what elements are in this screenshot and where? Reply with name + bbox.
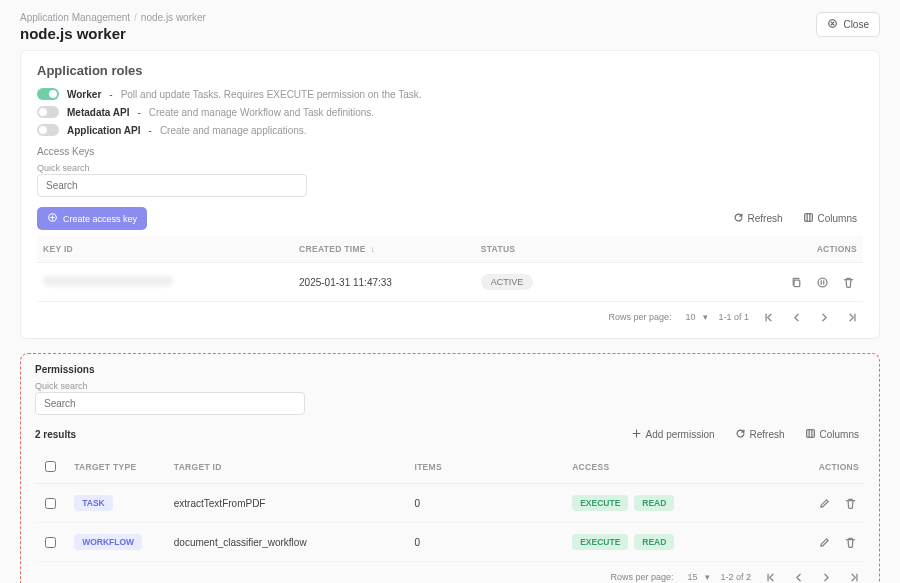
add-permission-button[interactable]: Add permission <box>625 425 721 444</box>
svg-point-4 <box>818 278 827 287</box>
columns-permissions-button[interactable]: Columns <box>799 425 865 444</box>
rpp-select[interactable]: 10 <box>681 310 708 324</box>
pager-last-button[interactable] <box>843 308 861 326</box>
access-badge: EXECUTE <box>572 534 628 550</box>
roles-card: Application roles Worker - Poll and upda… <box>20 50 880 339</box>
permission-row: WORKFLOW document_classifier_workflow 0 … <box>35 523 865 562</box>
target-type-badge: WORKFLOW <box>74 534 142 550</box>
col-actions: ACTIONS <box>774 450 865 484</box>
target-id-value: extractTextFromPDF <box>168 484 409 523</box>
columns-access-keys-button[interactable]: Columns <box>797 209 863 228</box>
plus-circle-icon <box>47 212 58 225</box>
create-key-label: Create access key <box>63 214 137 224</box>
col-items[interactable]: ITEMS <box>408 450 566 484</box>
permissions-search: Quick search <box>35 381 865 415</box>
toggle-application[interactable] <box>37 124 59 136</box>
access-keys-search-input[interactable] <box>37 174 307 197</box>
col-actions: ACTIONS <box>723 236 863 263</box>
col-target-id[interactable]: TARGET ID <box>168 450 409 484</box>
role-name: Application API <box>67 125 141 136</box>
sort-down-icon: ↓ <box>370 244 375 254</box>
permissions-results-count: 2 results <box>35 429 76 440</box>
target-type-badge: TASK <box>74 495 113 511</box>
permissions-pager: Rows per page: 15 ▾ 1-2 of 2 <box>35 562 865 583</box>
col-created[interactable]: CREATED TIME ↓ <box>293 236 475 263</box>
delete-permission-button[interactable] <box>841 494 859 512</box>
refresh-access-keys-button[interactable]: Refresh <box>727 209 789 228</box>
pager-prev-button[interactable] <box>789 568 807 583</box>
svg-rect-2 <box>804 214 812 222</box>
pager-next-button[interactable] <box>815 308 833 326</box>
pager-first-button[interactable] <box>761 568 779 583</box>
delete-key-button[interactable] <box>839 273 857 291</box>
create-access-key-button[interactable]: Create access key <box>37 207 147 230</box>
refresh-icon <box>733 212 744 225</box>
col-access[interactable]: ACCESS <box>566 450 774 484</box>
pager-range: 1-2 of 2 <box>720 572 751 582</box>
rpp-label: Rows per page: <box>610 572 673 582</box>
row-checkbox[interactable] <box>45 498 56 509</box>
pager-next-button[interactable] <box>817 568 835 583</box>
refresh-label: Refresh <box>748 213 783 224</box>
refresh-label: Refresh <box>750 429 785 440</box>
access-keys-heading: Access Keys <box>37 146 863 157</box>
edit-permission-button[interactable] <box>815 533 833 551</box>
svg-rect-3 <box>794 280 800 287</box>
permissions-search-input[interactable] <box>35 392 305 415</box>
columns-label: Columns <box>818 213 857 224</box>
page-title: node.js worker <box>20 25 206 42</box>
target-id-value: document_classifier_workflow <box>168 523 409 562</box>
pause-key-button[interactable] <box>813 273 831 291</box>
status-badge: ACTIVE <box>481 274 534 290</box>
breadcrumb-parent[interactable]: Application Management <box>20 12 130 23</box>
key-id-redacted <box>43 276 173 286</box>
row-checkbox[interactable] <box>45 537 56 548</box>
access-key-row: 2025-01-31 11:47:33 ACTIVE <box>37 263 863 302</box>
copy-key-button[interactable] <box>787 273 805 291</box>
rpp-label: Rows per page: <box>608 312 671 322</box>
role-name: Metadata API <box>67 107 129 118</box>
col-key-id[interactable]: KEY ID <box>37 236 293 263</box>
access-keys-pager: Rows per page: 10 ▾ 1-1 of 1 <box>37 302 863 326</box>
toggle-worker[interactable] <box>37 88 59 100</box>
columns-label: Columns <box>820 429 859 440</box>
columns-icon <box>803 212 814 225</box>
close-icon <box>827 18 838 31</box>
key-created-value: 2025-01-31 11:47:33 <box>293 263 475 302</box>
toggle-metadata[interactable] <box>37 106 59 118</box>
access-badge: EXECUTE <box>572 495 628 511</box>
permissions-table: TARGET TYPE TARGET ID ITEMS ACCESS ACTIO… <box>35 450 865 562</box>
col-target-type[interactable]: TARGET TYPE <box>68 450 168 484</box>
close-label: Close <box>843 19 869 30</box>
role-desc: Create and manage Workflow and Task defi… <box>149 107 374 118</box>
pager-first-button[interactable] <box>759 308 777 326</box>
roles-heading: Application roles <box>37 63 863 78</box>
pager-last-button[interactable] <box>845 568 863 583</box>
access-badge: READ <box>634 534 674 550</box>
access-keys-table: KEY ID CREATED TIME ↓ STATUS ACTIONS 202… <box>37 236 863 302</box>
edit-permission-button[interactable] <box>815 494 833 512</box>
permission-row: TASK extractTextFromPDF 0 EXECUTE READ <box>35 484 865 523</box>
rpp-select[interactable]: 15 <box>683 570 710 583</box>
columns-icon <box>805 428 816 441</box>
permissions-panel: Permissions Quick search 2 results Add p… <box>20 353 880 583</box>
refresh-permissions-button[interactable]: Refresh <box>729 425 791 444</box>
select-all-checkbox[interactable] <box>45 461 56 472</box>
refresh-icon <box>735 428 746 441</box>
role-desc: Poll and update Tasks. Requires EXECUTE … <box>121 89 422 100</box>
pager-range: 1-1 of 1 <box>718 312 749 322</box>
permissions-heading: Permissions <box>35 364 865 375</box>
close-button[interactable]: Close <box>816 12 880 37</box>
breadcrumb-separator: / <box>134 12 137 23</box>
delete-permission-button[interactable] <box>841 533 859 551</box>
col-status[interactable]: STATUS <box>475 236 723 263</box>
search-label: Quick search <box>37 163 863 173</box>
access-keys-search: Quick search <box>37 163 863 197</box>
add-permission-label: Add permission <box>646 429 715 440</box>
pager-prev-button[interactable] <box>787 308 805 326</box>
role-row-metadata: Metadata API - Create and manage Workflo… <box>37 106 863 118</box>
role-name: Worker <box>67 89 101 100</box>
search-label: Quick search <box>35 381 865 391</box>
svg-rect-5 <box>806 430 814 438</box>
access-badge: READ <box>634 495 674 511</box>
